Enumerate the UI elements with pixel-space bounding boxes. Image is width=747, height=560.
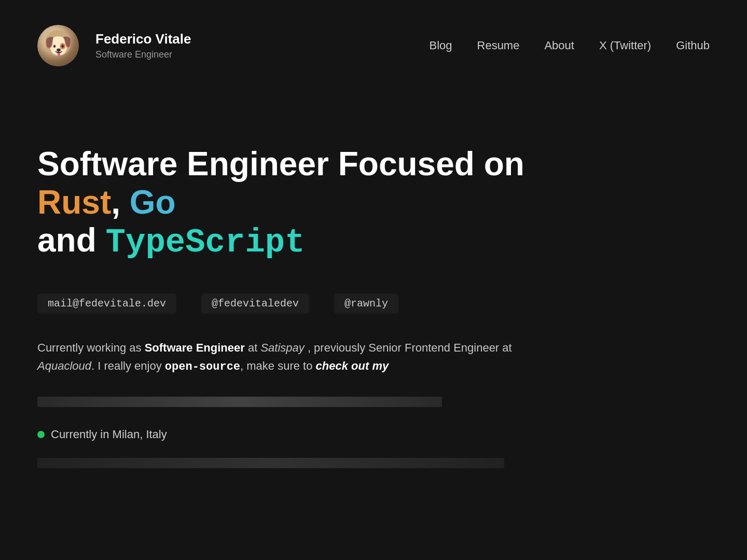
hero-typescript: TypeScript (106, 224, 305, 261)
avatar-image (37, 25, 79, 66)
hero-rust: Rust (37, 184, 111, 221)
site-header: Federico Vitale Software Engineer Blog R… (0, 0, 747, 83)
bio-cta: check out my (316, 359, 389, 372)
avatar (37, 25, 79, 66)
bio-company1: Satispay (260, 341, 304, 354)
bottom-redacted-bar (37, 458, 504, 468)
nav-github[interactable]: Github (676, 39, 710, 52)
bio-paragraph: Currently working as Software Engineer a… (37, 339, 556, 376)
bio-role: Software Engineer (145, 341, 245, 354)
bio-intro: Currently working as (37, 341, 145, 354)
main-content: Software Engineer Focused on Rust, Go an… (0, 83, 747, 499)
bio-at: at (245, 341, 261, 354)
nav-blog[interactable]: Blog (429, 39, 452, 52)
location-label: Currently in Milan, Italy (51, 428, 167, 441)
site-tagline: Software Engineer (95, 49, 191, 60)
hero-and: and (37, 221, 106, 259)
nav-resume[interactable]: Resume (477, 39, 520, 52)
redacted-content-bar (37, 397, 442, 407)
main-nav: Blog Resume About X (Twitter) Github (429, 39, 710, 52)
hero-go: Go (130, 184, 176, 221)
location-dot-icon (37, 431, 45, 438)
nav-twitter[interactable]: X (Twitter) (599, 39, 651, 52)
hero-comma: , (111, 184, 130, 221)
bio-rest2: , make sure to (240, 359, 316, 372)
bio-company2: Aquacloud (37, 359, 91, 372)
hero-title: Software Engineer Focused on Rust, Go an… (37, 145, 608, 262)
bio-prev: , previously Senior Frontend Engineer at (305, 341, 512, 354)
bio-opensource: open-source (165, 360, 240, 373)
contact-github[interactable]: @rawnly (334, 293, 398, 314)
site-name: Federico Vitale (95, 31, 191, 47)
location-row: Currently in Milan, Italy (37, 428, 710, 441)
contact-email[interactable]: mail@fedevitale.dev (37, 293, 176, 314)
site-identity: Federico Vitale Software Engineer (95, 31, 191, 60)
hero-prefix: Software Engineer Focused on (37, 145, 524, 183)
contact-row: mail@fedevitale.dev @fedevitaledev @rawn… (37, 293, 710, 314)
contact-twitter[interactable]: @fedevitaledev (201, 293, 309, 314)
bio-rest: . I really enjoy (91, 359, 165, 372)
nav-about[interactable]: About (544, 39, 574, 52)
